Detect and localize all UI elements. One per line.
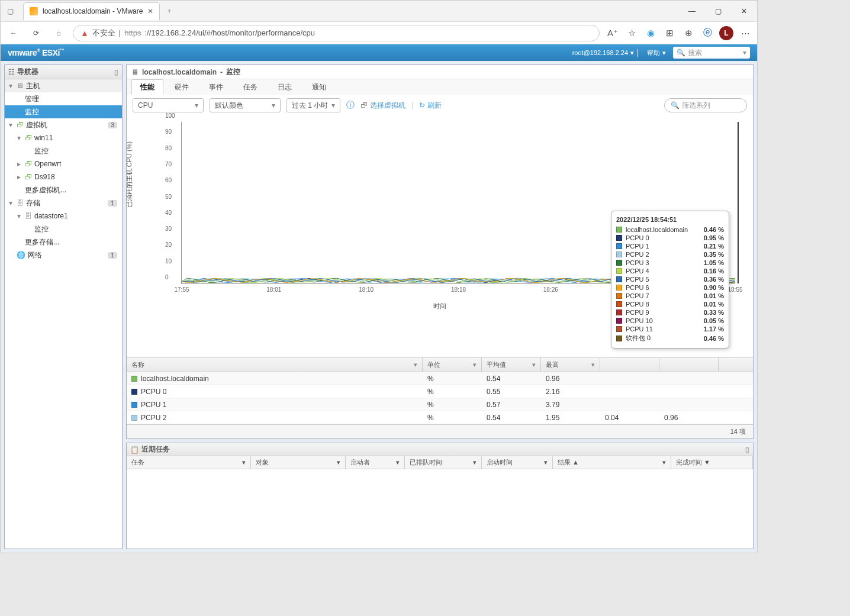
info-icon[interactable]: ⓘ xyxy=(346,100,355,111)
nav-vm-win11-monitor[interactable]: 监控 xyxy=(5,144,122,157)
nav-vms[interactable]: ▾🗗虚拟机3 xyxy=(5,118,122,131)
col-min[interactable] xyxy=(600,358,659,372)
collapse-icon[interactable]: ▯ xyxy=(114,68,118,76)
user-menu[interactable]: root@192.168.2.24 ▾ │ xyxy=(572,49,640,57)
table-row[interactable]: PCPU 1%0.573.79 xyxy=(127,398,753,411)
nav-datastore1-monitor[interactable]: 监控 xyxy=(5,222,122,236)
nav-network[interactable]: 🌐网络1 xyxy=(5,249,122,262)
nav-more-storage[interactable]: 更多存储... xyxy=(5,236,122,249)
chart-area: 已消耗的主机 CPU (%) 010203040506070809010017:… xyxy=(127,116,753,357)
x-tick: 18:26 xyxy=(543,286,558,293)
range-select[interactable]: 过去 1 小时▾ xyxy=(286,98,340,112)
table-row[interactable]: PCPU 2%0.541.950.040.96 xyxy=(127,411,753,424)
home-button[interactable]: ⌂ xyxy=(50,25,67,41)
browser-tab-strip: ▢ localhost.localdomain - VMware ✕ ＋ — ▢… xyxy=(1,1,757,22)
task-col-queued[interactable]: 已排队时间▾ xyxy=(405,456,482,469)
y-tick: 70 xyxy=(165,160,172,167)
profile-avatar[interactable]: L xyxy=(719,26,733,40)
tooltip-row: PCPU 40.16 % xyxy=(616,267,724,275)
nav-vm-win11[interactable]: ▾🗗win11 xyxy=(5,131,122,144)
task-col-target[interactable]: 对象▾ xyxy=(251,456,346,469)
tooltip-row: localhost.localdomain0.46 % xyxy=(616,225,724,234)
tab-strip: 性能硬件事件任务日志通知 xyxy=(127,79,753,95)
tooltip-row: 软件包 00.46 % xyxy=(616,333,724,343)
col-name[interactable]: 名称▾ xyxy=(127,358,423,372)
extensions-icon[interactable]: ⊞ xyxy=(662,26,677,40)
filter-series-input[interactable]: 🔍筛选系列 xyxy=(664,98,747,112)
tab-事件[interactable]: 事件 xyxy=(200,79,232,95)
tooltip-row: PCPU 50.36 % xyxy=(616,275,724,283)
y-tick: 20 xyxy=(165,241,172,248)
nav-datastore1[interactable]: ▾🗄datastore1 xyxy=(5,209,122,222)
read-aloud-icon[interactable]: A⁺ xyxy=(606,26,620,40)
reload-button[interactable]: ⟳ xyxy=(28,25,44,41)
select-vm-link[interactable]: 🗗选择虚拟机 xyxy=(360,101,405,111)
table-header: 名称▾ 单位▾ 平均值▾ 最高▾ xyxy=(127,358,753,372)
vmware-logo: vmware® ESXi™ xyxy=(8,48,64,57)
nav-host[interactable]: ▾🖥主机 xyxy=(5,79,122,92)
url-input[interactable]: ▲ 不安全 | https://192.168.2.24/ui/#/host/m… xyxy=(73,25,600,41)
menu-icon[interactable]: ⋯ xyxy=(738,26,752,40)
close-icon[interactable]: ✕ xyxy=(147,7,153,15)
tasks-body xyxy=(127,469,753,549)
task-col-start[interactable]: 启动时间▾ xyxy=(482,456,553,469)
table-row[interactable]: PCPU 0%0.552.16 xyxy=(127,385,753,398)
collapse-icon[interactable]: ▯ xyxy=(745,446,749,454)
collections-icon[interactable]: ⊕ xyxy=(681,26,696,40)
tooltip-row: PCPU 111.17 % xyxy=(616,325,724,333)
nav-more-vms[interactable]: 更多虚拟机... xyxy=(5,183,122,196)
back-button[interactable]: ← xyxy=(5,25,22,41)
tooltip-row: PCPU 60.90 % xyxy=(616,283,724,292)
chart-spike xyxy=(738,122,739,283)
close-window-button[interactable]: ✕ xyxy=(731,1,757,22)
search-icon: 🔍 xyxy=(677,49,685,57)
new-tab-button[interactable]: ＋ xyxy=(160,6,179,16)
color-select[interactable]: 默认颜色▾ xyxy=(210,98,281,112)
browser-tab[interactable]: localhost.localdomain - VMware ✕ xyxy=(23,2,160,20)
tooltip-row: PCPU 90.33 % xyxy=(616,308,724,317)
y-tick: 0 xyxy=(165,274,169,280)
tab-硬件[interactable]: 硬件 xyxy=(166,79,198,95)
nav-vm-openwrt[interactable]: ▸🗗Openwrt xyxy=(5,157,122,170)
x-tick: 18:10 xyxy=(359,286,374,293)
metric-select[interactable]: CPU▾ xyxy=(133,98,204,112)
y-tick: 10 xyxy=(165,257,172,264)
table-row[interactable]: localhost.localdomain%0.540.96 xyxy=(127,372,753,385)
y-axis-label: 已消耗的主机 CPU (%) xyxy=(126,141,134,208)
minimize-button[interactable]: — xyxy=(679,1,705,22)
x-tick: 18:18 xyxy=(451,286,466,293)
nav-host-monitor[interactable]: 监控 xyxy=(5,105,122,118)
nav-host-manage[interactable]: 管理 xyxy=(5,92,122,105)
chart-tooltip: 2022/12/25 18:54:51 localhost.localdomai… xyxy=(611,211,729,349)
col-avg[interactable]: 平均值▾ xyxy=(482,358,541,372)
tab-日志[interactable]: 日志 xyxy=(269,79,301,95)
col-unit[interactable]: 单位▾ xyxy=(423,358,482,372)
tab-任务[interactable]: 任务 xyxy=(234,79,266,95)
tab-性能[interactable]: 性能 xyxy=(131,79,163,95)
global-search[interactable]: 🔍 搜索 ▾ xyxy=(673,47,750,59)
series-table: 名称▾ 单位▾ 平均值▾ 最高▾ localhost.localdomain%0… xyxy=(127,357,753,438)
task-col-result[interactable]: 结果 ▲▾ xyxy=(553,456,671,469)
insecure-label: 不安全 xyxy=(92,28,115,38)
extension-icon-1[interactable]: ◉ xyxy=(643,26,658,40)
address-bar: ← ⟳ ⌂ ▲ 不安全 | https://192.168.2.24/ui/#/… xyxy=(1,22,757,44)
task-col-initiator[interactable]: 启动者▾ xyxy=(346,456,405,469)
col-last[interactable] xyxy=(659,358,719,372)
y-tick: 40 xyxy=(165,209,172,215)
favorite-icon[interactable]: ☆ xyxy=(624,26,639,40)
tooltip-row: PCPU 100.05 % xyxy=(616,317,724,325)
y-tick: 100 xyxy=(165,112,175,119)
nav-vm-ds918[interactable]: ▸🗗Ds918 xyxy=(5,170,122,183)
refresh-link[interactable]: ↻刷新 xyxy=(419,101,442,111)
edge-icon[interactable]: ⓔ xyxy=(700,26,714,40)
nav-storage[interactable]: ▾🗄存储1 xyxy=(5,196,122,209)
y-tick: 90 xyxy=(165,128,172,135)
tab-通知[interactable]: 通知 xyxy=(303,79,335,95)
col-max[interactable]: 最高▾ xyxy=(541,358,600,372)
tab-list-button[interactable]: ▢ xyxy=(1,2,20,21)
maximize-button[interactable]: ▢ xyxy=(705,1,731,22)
x-tick: 18:01 xyxy=(266,286,281,293)
help-menu[interactable]: 帮助 ▾ xyxy=(647,49,666,57)
task-col-task[interactable]: 任务▾ xyxy=(127,456,251,469)
task-col-completed[interactable]: 完成时间 ▼ xyxy=(671,456,753,469)
